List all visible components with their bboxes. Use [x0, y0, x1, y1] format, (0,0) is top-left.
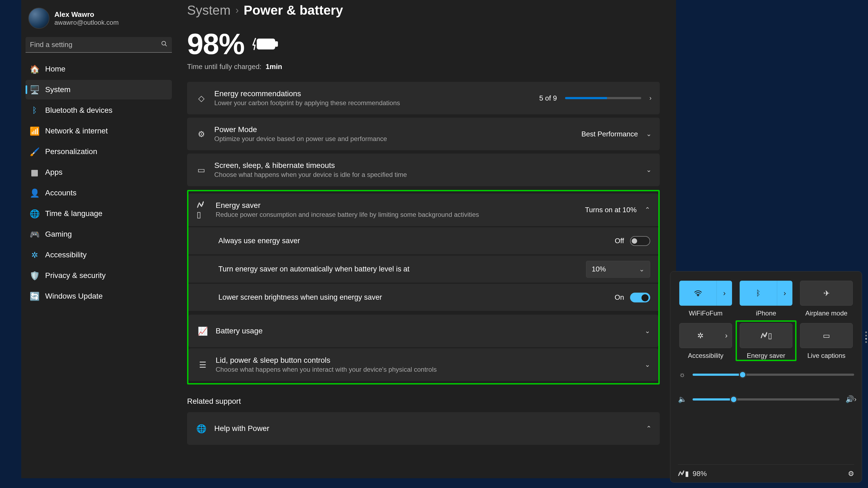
svg-point-0: [162, 41, 165, 45]
sidebar: Alex Wawro awawro@outlook.com 🏠Home 🖥️Sy…: [21, 0, 176, 478]
card-timeouts[interactable]: ▭ Screen, sleep, & hibernate timeouts Ch…: [187, 154, 660, 186]
battery-status[interactable]: 🗲▮ 98%: [678, 469, 707, 478]
nav: 🏠Home 🖥️System ᛒBluetooth & devices 📶Net…: [26, 59, 172, 306]
quick-tile-energy-saver[interactable]: 🗲▯: [740, 323, 793, 348]
nav-label: Privacy & security: [45, 271, 106, 280]
card-subtitle: Choose what happens when your device is …: [214, 171, 639, 178]
nav-bluetooth[interactable]: ᛒBluetooth & devices: [26, 101, 172, 120]
brightness-slider[interactable]: [692, 373, 854, 376]
nav-accessibility[interactable]: ✲Accessibility: [26, 245, 172, 265]
nav-accounts[interactable]: 👤Accounts: [26, 183, 172, 203]
card-battery-usage[interactable]: 📈 Battery usage ⌄: [188, 315, 658, 347]
nav-label: Personalization: [45, 147, 97, 156]
tile-label: WiFiFoFum: [689, 310, 722, 317]
audio-output-icon[interactable]: 🔊›: [845, 395, 854, 403]
svg-point-4: [698, 295, 698, 296]
card-title: Battery usage: [216, 327, 638, 335]
dropdown-value: 10%: [592, 265, 606, 273]
tile-wrap-captions: ▭ Live captions: [799, 323, 854, 359]
shield-icon: 🛡️: [30, 271, 39, 281]
nav-label: Windows Update: [45, 292, 103, 300]
search-box[interactable]: [26, 37, 172, 53]
nav-time[interactable]: 🌐Time & language: [26, 204, 172, 223]
nav-network[interactable]: 📶Network & internet: [26, 121, 172, 141]
chevron-right-icon: ›: [649, 94, 652, 102]
chevron-down-icon[interactable]: ⌄: [645, 327, 650, 335]
gear-icon[interactable]: ⚙: [848, 469, 854, 478]
related-support-heading: Related support: [187, 397, 660, 406]
quick-tile-airplane[interactable]: ✈: [800, 281, 853, 306]
card-energy-saver[interactable]: 🗲▯ Energy saver Reduce power consumption…: [188, 193, 658, 226]
card-help-with-power[interactable]: 🌐 Help with Power ⌃: [187, 412, 660, 445]
card-subtitle: Choose what happens when you interact wi…: [216, 366, 638, 373]
search-icon[interactable]: [161, 40, 167, 48]
sliders-icon: ☰: [196, 360, 209, 369]
search-input[interactable]: [30, 40, 161, 49]
user-email: awawro@outlook.com: [54, 19, 119, 26]
chevron-down-icon[interactable]: ⌄: [646, 166, 652, 174]
nav-system[interactable]: 🖥️System: [26, 80, 172, 99]
nav-privacy[interactable]: 🛡️Privacy & security: [26, 266, 172, 285]
quick-tile-bluetooth[interactable]: ᛒ›: [740, 281, 793, 306]
wifi-icon: 📶: [30, 126, 39, 136]
airplane-icon: ✈: [824, 289, 830, 298]
chevron-right-icon[interactable]: ›: [717, 281, 732, 306]
card-title: Help with Power: [214, 424, 639, 433]
card-subtitle: Optimize your device based on power use …: [214, 135, 574, 143]
nav-label: System: [45, 85, 70, 94]
volume-slider-row: 🔈 🔊›: [678, 395, 854, 403]
chevron-down-icon[interactable]: ⌄: [646, 130, 652, 138]
toggle-lower-brightness[interactable]: [630, 293, 650, 302]
nav-home[interactable]: 🏠Home: [26, 59, 172, 79]
person-icon: 👤: [30, 188, 39, 198]
highlighted-section: 🗲▯ Energy saver Reduce power consumption…: [187, 190, 660, 385]
nav-gaming[interactable]: 🎮Gaming: [26, 224, 172, 244]
chevron-down-icon: ⌄: [639, 265, 645, 273]
settings-cards: ◇ Energy recommendations Lower your carb…: [187, 82, 660, 445]
settings-window: Alex Wawro awawro@outlook.com 🏠Home 🖥️Sy…: [21, 0, 676, 478]
volume-slider[interactable]: [692, 398, 839, 400]
main-content: System › Power & battery 98% Time until …: [176, 0, 676, 478]
power-mode-value: Best Performance: [581, 130, 638, 138]
quick-tile-grid: › WiFiFoFum ᛒ› iPhone ✈ Airplane mode ✲›…: [678, 281, 854, 359]
chevron-up-icon[interactable]: ⌃: [645, 206, 650, 214]
toggle-always-energy-saver[interactable]: [630, 236, 650, 246]
clock-icon: 🌐: [30, 209, 39, 219]
svg-rect-2: [257, 39, 275, 49]
tile-wrap-bluetooth: ᛒ› iPhone: [738, 281, 794, 317]
battery-percent: 98%: [692, 469, 707, 478]
chevron-right-icon[interactable]: ›: [777, 281, 793, 306]
nav-update[interactable]: 🔄Windows Update: [26, 286, 172, 306]
quick-tile-captions[interactable]: ▭: [800, 323, 853, 348]
chevron-down-icon[interactable]: ⌄: [645, 361, 650, 368]
chevron-right-icon[interactable]: ›: [721, 323, 732, 348]
power-mode-icon: ⚙: [195, 129, 207, 139]
row-label: Always use energy saver: [218, 237, 610, 245]
chevron-up-icon[interactable]: ⌃: [646, 425, 652, 432]
update-icon: 🔄: [30, 292, 39, 301]
card-energy-recommendations[interactable]: ◇ Energy recommendations Lower your carb…: [187, 82, 660, 115]
nav-label: Accounts: [45, 189, 76, 197]
tile-wrap-accessibility: ✲› Accessibility: [678, 323, 734, 359]
card-subtitle: Lower your carbon footprint by applying …: [214, 99, 532, 107]
nav-personalization[interactable]: 🖌️Personalization: [26, 142, 172, 161]
user-block[interactable]: Alex Wawro awawro@outlook.com: [26, 5, 172, 35]
nav-label: Home: [45, 65, 65, 73]
breadcrumb-root[interactable]: System: [187, 3, 230, 18]
dropdown-auto-threshold[interactable]: 10% ⌄: [586, 261, 650, 278]
quick-tile-wifi[interactable]: ›: [679, 281, 732, 306]
card-lid-controls[interactable]: ☰ Lid, power & sleep button controls Cho…: [188, 348, 658, 381]
nav-apps[interactable]: ▦Apps: [26, 162, 172, 182]
nav-label: Bluetooth & devices: [45, 106, 113, 115]
battery-charging-icon: 🗲▮: [678, 469, 689, 478]
system-icon: 🖥️: [30, 85, 39, 95]
brightness-icon: ☼: [678, 370, 687, 379]
breadcrumb-current: Power & battery: [244, 3, 343, 18]
bluetooth-icon: ᛒ: [740, 281, 777, 306]
battery-percent: 98%: [187, 27, 244, 61]
leaf-battery-icon: 🗲▯: [196, 200, 209, 219]
flyout-page-dots: [865, 331, 867, 343]
quick-tile-accessibility[interactable]: ✲›: [679, 323, 732, 348]
card-power-mode[interactable]: ⚙ Power Mode Optimize your device based …: [187, 118, 660, 150]
quick-settings-flyout: › WiFiFoFum ᛒ› iPhone ✈ Airplane mode ✲›…: [670, 271, 862, 483]
